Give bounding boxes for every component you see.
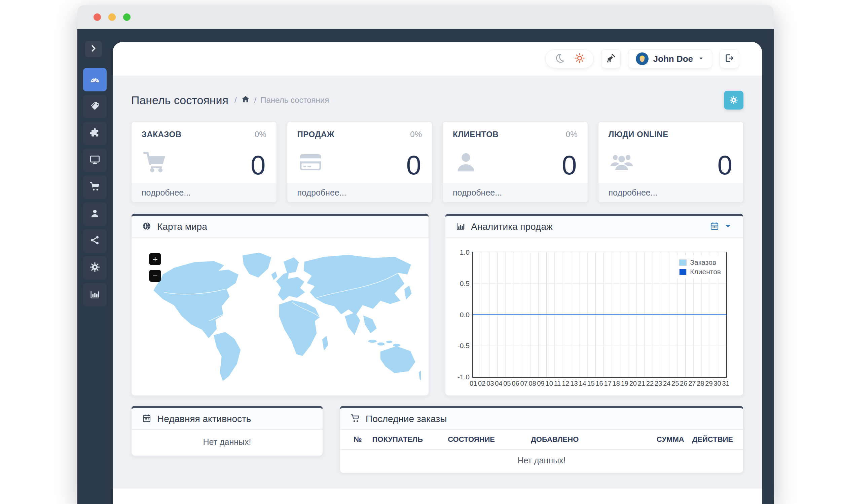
sidebar-item-reports[interactable]: [83, 283, 107, 306]
world-map[interactable]: + −: [132, 237, 429, 395]
user-menu-button[interactable]: John Doe: [628, 49, 712, 68]
chart-legend: ЗаказовКлиентов: [677, 256, 723, 278]
recent-activity-header: Недавняя активность: [132, 408, 323, 430]
stat-cards: ЗАКАЗОВ0% 0 подробнее... ПРОДАЖ0%: [131, 121, 743, 203]
tag-icon: [89, 100, 101, 113]
col-total: СУММА: [633, 430, 688, 450]
stat-label: КЛИЕНТОВ: [453, 130, 499, 139]
latest-orders-panel: Последние заказы № ПОКУПАТЕЛЬ СОСТОЯНИЕ …: [340, 406, 743, 473]
close-window-button[interactable]: [93, 14, 101, 21]
orders-empty: Нет данных!: [340, 450, 743, 473]
map-zoom-in-button[interactable]: +: [149, 253, 161, 265]
chevron-down-icon: [698, 54, 704, 64]
cart-icon: [350, 413, 360, 425]
sidebar-expand-button[interactable]: [85, 41, 102, 57]
bar-chart-icon: [456, 221, 466, 233]
world-map-panel: Карта мира + −: [131, 214, 429, 396]
puzzle-icon: [89, 127, 101, 140]
stat-card-people-online: ЛЮДИ ONLINE 0 подробнее...: [598, 121, 744, 203]
sidebar-item-system[interactable]: [83, 256, 107, 280]
sidebar-nav: [83, 68, 107, 306]
breadcrumb-separator: /: [235, 95, 237, 105]
world-map-header: Карта мира: [132, 216, 429, 237]
chart-plot-area: 1.00.50.0-0.5-1.0 0102030405060708091011…: [472, 252, 727, 378]
x-axis-labels: 0102030405060708091011121314151617181920…: [469, 380, 730, 388]
stat-more-link[interactable]: подробнее...: [132, 183, 276, 202]
broom-icon: [605, 53, 616, 65]
cart-icon: [89, 181, 101, 194]
bar-chart-icon: [89, 288, 101, 301]
cart-icon: [142, 149, 168, 177]
admin-app: John Doe Панель состояния /: [78, 29, 774, 504]
sidebar-item-design[interactable]: [83, 148, 107, 172]
credit-card-icon: [297, 149, 324, 177]
sidebar-item-sales[interactable]: [83, 175, 107, 199]
sales-analytics-panel: Аналитика продаж: [445, 214, 743, 396]
col-status: СОСТОЯНИЕ: [444, 430, 527, 450]
logout-button[interactable]: [720, 49, 739, 68]
sidebar-item-catalog[interactable]: [83, 95, 107, 118]
page-title: Панель состояния: [131, 94, 228, 107]
window-titlebar: [78, 5, 774, 29]
col-added: ДОБАВЛЕНО: [527, 430, 633, 450]
stat-percent: 0%: [566, 130, 578, 139]
user-name: John Doe: [653, 54, 693, 64]
latest-orders-header: Последние заказы: [340, 408, 743, 430]
stat-value: 0: [406, 150, 422, 181]
col-number: №: [340, 430, 368, 450]
maximize-window-button[interactable]: [123, 14, 131, 21]
stat-card-sales: ПРОДАЖ0% 0 подробнее...: [287, 121, 433, 203]
col-customer: ПОКУПАТЕЛЬ: [368, 430, 444, 450]
middle-row: Карта мира + −: [131, 214, 743, 396]
topbar: John Doe: [113, 42, 762, 76]
stat-percent: 0%: [410, 130, 422, 139]
dashboard-icon: [89, 73, 101, 86]
map-zoom-controls: + −: [149, 253, 161, 282]
stat-more-link[interactable]: подробнее...: [443, 183, 588, 202]
dashboard-page: Панель состояния / / Панель состояния: [113, 91, 762, 473]
user-icon: [453, 149, 479, 177]
sales-chart: 1.00.50.0-0.5-1.0 0102030405060708091011…: [445, 237, 743, 395]
sidebar-item-customers[interactable]: [83, 202, 107, 226]
globe-icon: [142, 221, 152, 233]
browser-window: John Doe Панель состояния /: [78, 5, 774, 504]
sidebar-item-extensions[interactable]: [83, 122, 107, 145]
stat-value: 0: [718, 150, 733, 181]
recent-activity-panel: Недавняя активность Нет данных!: [131, 406, 323, 456]
clear-cache-button[interactable]: [601, 49, 621, 68]
stat-more-link[interactable]: подробнее...: [287, 183, 432, 202]
sidebar-item-dashboard[interactable]: [83, 68, 107, 91]
orders-table: № ПОКУПАТЕЛЬ СОСТОЯНИЕ ДОБАВЛЕНО СУММА Д…: [340, 430, 743, 473]
col-action: ДЕЙСТВИЕ: [688, 430, 743, 450]
recent-activity-title: Недавняя активность: [157, 414, 251, 425]
stat-value: 0: [562, 150, 577, 181]
calendar-icon: [709, 221, 720, 233]
recent-activity-empty: Нет данных!: [132, 430, 323, 456]
monitor-icon: [89, 154, 101, 167]
world-map-title: Карта мира: [157, 221, 207, 232]
chart-range-dropdown[interactable]: [709, 221, 733, 233]
sun-icon[interactable]: [574, 52, 585, 65]
avatar: [636, 52, 649, 65]
calendar-icon: [142, 413, 152, 425]
stat-card-customers: КЛИЕНТОВ0% 0 подробнее...: [442, 121, 588, 203]
sidebar-item-marketing[interactable]: [83, 229, 107, 253]
bottom-row: Недавняя активность Нет данных! Последни…: [131, 406, 743, 473]
stat-more-link[interactable]: подробнее...: [598, 183, 743, 202]
map-zoom-out-button[interactable]: −: [149, 270, 161, 282]
chevron-right-icon: [89, 44, 98, 54]
dashboard-settings-button[interactable]: [724, 91, 743, 110]
page-footer: [113, 488, 762, 504]
sales-analytics-title: Аналитика продаж: [471, 221, 553, 232]
stat-percent: 0%: [255, 130, 267, 139]
sign-out-icon: [724, 53, 735, 65]
stat-label: ПРОДАЖ: [297, 130, 334, 139]
minimize-window-button[interactable]: [108, 14, 116, 21]
share-nodes-icon: [89, 235, 101, 247]
home-icon[interactable]: [241, 94, 250, 106]
stat-card-orders: ЗАКАЗОВ0% 0 подробнее...: [131, 121, 277, 203]
content-area: John Doe Панель состояния /: [113, 42, 762, 504]
theme-toggle[interactable]: [545, 49, 594, 68]
moon-icon[interactable]: [554, 52, 565, 65]
heading-row: Панель состояния / / Панель состояния: [131, 91, 743, 110]
